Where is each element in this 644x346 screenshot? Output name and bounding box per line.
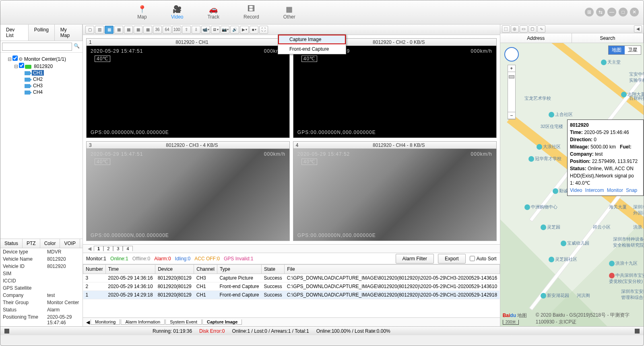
zoom-in-icon[interactable]: + xyxy=(508,65,515,72)
layout-8-icon[interactable]: ▦ xyxy=(124,26,133,34)
fullscreen-icon[interactable]: ⛶ xyxy=(259,26,268,34)
sound-icon[interactable]: 🔊 xyxy=(230,26,239,34)
layout-2-icon[interactable]: ▥ xyxy=(95,26,104,34)
tab-status[interactable]: Status xyxy=(0,239,23,248)
map-layer-satellite[interactable]: 卫星 xyxy=(625,46,641,54)
tab-system-event[interactable]: System Event xyxy=(165,319,202,325)
tree-root-checkbox[interactable] xyxy=(12,56,18,61)
info-link-snap[interactable]: Snap xyxy=(626,187,637,193)
layout-1-icon[interactable]: ▢ xyxy=(85,26,94,34)
page-tab[interactable]: 3 xyxy=(113,246,123,251)
tabs-left-icon[interactable]: ◀ xyxy=(86,319,90,325)
layout-6-icon[interactable]: ▦ xyxy=(114,26,123,34)
table-row[interactable]: 22020-05-29 14:36:108012920(80129CH1Fron… xyxy=(83,282,500,291)
map-tool-screen-icon[interactable]: ▭ xyxy=(520,25,528,33)
map-layer-switch[interactable]: 地图 卫星 xyxy=(608,45,641,55)
map-zoom-control[interactable]: + − xyxy=(508,65,516,119)
map-tool-target-icon[interactable]: ◎ xyxy=(511,25,519,33)
tab-my-map[interactable]: My Map xyxy=(55,25,83,41)
export-button[interactable]: Export xyxy=(438,254,466,264)
device-search-input[interactable] xyxy=(2,43,72,51)
tab-capture-image[interactable]: Capture Image xyxy=(202,319,242,325)
tree-root-label[interactable]: Monitor Center(1/1) xyxy=(23,56,67,62)
alarm-filter-button[interactable]: Alarm Filter xyxy=(396,254,434,264)
info-link-video[interactable]: Video xyxy=(570,187,582,193)
zoom-out-icon[interactable]: − xyxy=(508,112,515,119)
table-header[interactable]: State xyxy=(262,265,285,274)
vehicle-info-popup: 8012920 Time: 2020-05-29 15:46:46 Direct… xyxy=(567,119,644,196)
page-tab[interactable]: 2 xyxy=(103,246,113,251)
tab-dev-list[interactable]: Dev List xyxy=(0,25,29,41)
page-prev-icon[interactable]: ⇧ xyxy=(182,26,191,34)
map-tool-region-icon[interactable]: ⬚ xyxy=(502,25,510,33)
layout-36-icon[interactable]: 36 xyxy=(153,26,162,34)
table-header[interactable]: Channel xyxy=(194,265,217,274)
tree-ch4[interactable]: CH4 xyxy=(32,89,44,95)
page-next-icon[interactable]: ⇩ xyxy=(192,26,200,34)
map-canvas[interactable]: 天主堂 宝安中学集团实验学校 志翔大厦 宝龙艺术学校 百财科技园 上合社区 32… xyxy=(500,43,644,326)
page-tab[interactable]: 1 xyxy=(94,246,103,251)
page-left-icon[interactable]: ◀ xyxy=(86,246,93,251)
map-layer-map[interactable]: 地图 xyxy=(609,46,625,54)
nav-other[interactable]: ▦ Other xyxy=(283,5,295,20)
accoff-count: ACC OFF:0 xyxy=(194,256,220,262)
window-apps-icon[interactable]: ⊞ xyxy=(585,8,594,16)
tab-polling[interactable]: Polling xyxy=(29,25,55,41)
video-cell[interactable]: 48012920 - CH4 - 8 KB/S2020-05-29 15:47:… xyxy=(293,141,497,241)
nav-record[interactable]: 🎞 Record xyxy=(244,5,259,20)
map-tool-window-icon[interactable]: ▢ xyxy=(528,25,537,33)
video-cell[interactable]: 18012920 - CH12020-05-29 15:47:51000km/h… xyxy=(86,38,290,138)
tree-device-label[interactable]: 8012920 xyxy=(33,64,54,69)
table-row[interactable]: 32020-05-29 14:36:168012920(80129CH3Capt… xyxy=(83,274,500,282)
table-header[interactable]: Time xyxy=(105,265,155,274)
footer-left-icon[interactable] xyxy=(4,329,9,334)
tree-ch3[interactable]: CH3 xyxy=(32,83,44,89)
layout-9-icon[interactable]: ▦ xyxy=(134,26,142,34)
dev-info-row: Vehicle ID8012920 xyxy=(0,263,83,270)
table-row[interactable]: 12020-05-29 14:29:188012920(80129CH1Fron… xyxy=(83,291,500,299)
menu-capture-image[interactable]: Capture Image xyxy=(278,35,346,44)
map-tab-address[interactable]: Address xyxy=(500,33,572,43)
search-icon[interactable]: 🔍 xyxy=(74,43,81,50)
tab-alarm-info[interactable]: Alarm Information xyxy=(121,319,165,325)
layout-64-icon[interactable]: 64 xyxy=(163,26,171,34)
nav-map[interactable]: 📍 Map xyxy=(137,5,147,20)
map-pan-control[interactable] xyxy=(504,47,519,62)
info-link-intercom[interactable]: Intercom xyxy=(585,187,604,193)
video-cell[interactable]: 38012920 - CH3 - 4 KB/S2020-05-29 15:47:… xyxy=(86,141,290,241)
tree-device-checkbox[interactable] xyxy=(19,63,24,68)
nav-video[interactable]: 🎥 Video xyxy=(171,5,183,20)
tab-monitoring[interactable]: Monitoring xyxy=(91,319,120,325)
tab-color[interactable]: Color xyxy=(40,239,60,248)
play-dropdown[interactable]: ▶ xyxy=(240,26,249,34)
display-dropdown[interactable]: 🖥 xyxy=(211,26,220,34)
tab-ptz[interactable]: PTZ xyxy=(23,239,40,248)
zoom-slider[interactable] xyxy=(509,75,514,78)
map-collapse-icon[interactable]: ◀ xyxy=(634,25,642,33)
layout-4-icon[interactable]: ▦ xyxy=(105,26,114,34)
nav-track[interactable]: 🚗 Track xyxy=(207,5,219,20)
window-sync-icon[interactable]: ⇆ xyxy=(596,8,605,16)
menu-front-end-capture[interactable]: Front-end Capture xyxy=(278,44,346,54)
tree-ch2[interactable]: CH2 xyxy=(32,76,44,82)
window-maximize-icon[interactable]: □ xyxy=(619,8,627,16)
table-header[interactable]: Device xyxy=(155,265,194,274)
table-header[interactable]: File xyxy=(285,265,500,274)
table-header[interactable]: Number xyxy=(83,265,106,274)
tab-voip[interactable]: VOIP xyxy=(60,239,80,248)
info-link-monitor[interactable]: Monitor xyxy=(607,187,623,193)
layout-16-icon[interactable]: ▦ xyxy=(143,26,152,34)
auto-sort-checkbox[interactable]: Auto Sort xyxy=(470,256,497,262)
table-header[interactable]: Type xyxy=(217,265,261,274)
map-tab-search[interactable]: Search xyxy=(572,33,644,43)
capture-dropdown[interactable]: 📷 xyxy=(221,26,229,34)
window-close-icon[interactable]: ✕ xyxy=(630,8,639,16)
stream-dropdown[interactable]: 📹 xyxy=(201,26,210,34)
footer-right-icon[interactable] xyxy=(635,329,640,334)
layout-100-icon[interactable]: 100 xyxy=(172,26,181,34)
tree-ch1[interactable]: CH1 xyxy=(32,70,44,76)
page-tab[interactable]: 4 xyxy=(123,246,132,251)
map-tool-link-icon[interactable]: ∿ xyxy=(537,25,545,33)
window-minimize-icon[interactable]: — xyxy=(607,8,616,16)
stop-dropdown[interactable]: ■ xyxy=(250,26,258,34)
